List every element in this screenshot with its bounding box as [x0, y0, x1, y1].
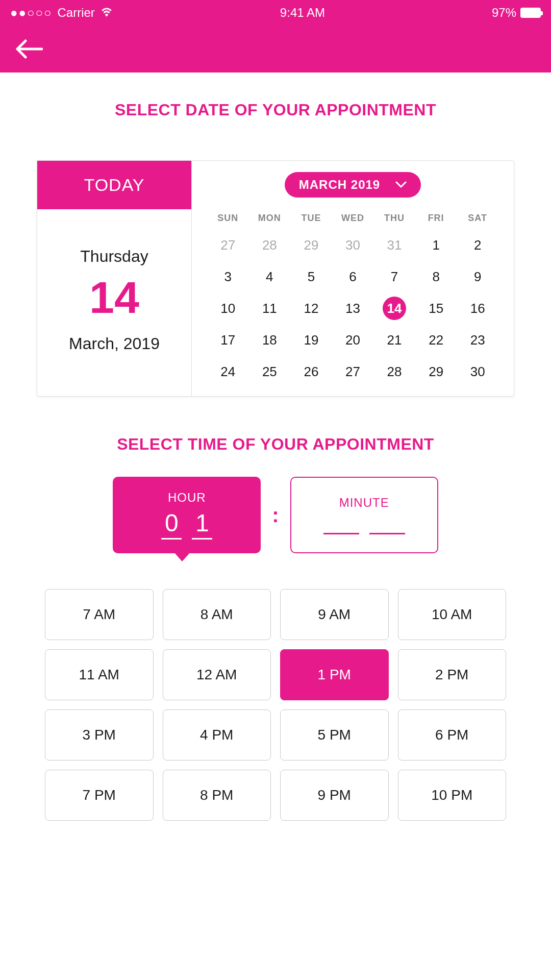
calendar-day[interactable]: 3 — [207, 266, 249, 287]
calendar-day[interactable]: 14 — [373, 298, 415, 318]
hour-box[interactable]: HOUR 0 1 — [113, 477, 261, 553]
calendar-day[interactable]: 21 — [373, 330, 415, 350]
carrier-label: Carrier — [57, 6, 94, 20]
battery-icon — [520, 8, 541, 18]
hour-option[interactable]: 4 PM — [163, 709, 271, 761]
month-panel: MARCH 2019 SUNMONTUEWEDTHUFRISAT27282930… — [192, 161, 514, 396]
calendar-dow: THU — [373, 213, 415, 224]
calendar-dow: MON — [249, 213, 291, 224]
calendar-day[interactable]: 7 — [373, 266, 415, 287]
calendar-dow: TUE — [290, 213, 332, 224]
calendar-day[interactable]: 2 — [457, 235, 498, 255]
minute-label: MINUTE — [339, 496, 389, 510]
calendar-day[interactable]: 9 — [457, 266, 498, 287]
status-time: 9:41 AM — [280, 6, 325, 20]
hour-option[interactable]: 11 AM — [45, 649, 154, 700]
calendar-day[interactable]: 12 — [290, 298, 332, 318]
calendar-day[interactable]: 26 — [290, 361, 332, 382]
hour-option[interactable]: 2 PM — [398, 649, 507, 700]
hour-digit-0: 0 — [161, 509, 182, 540]
calendar-day[interactable]: 30 — [332, 235, 374, 255]
calendar-day[interactable]: 8 — [415, 266, 457, 287]
hour-option[interactable]: 1 PM — [280, 649, 389, 700]
hour-option[interactable]: 10 AM — [398, 589, 507, 640]
minute-box[interactable]: MINUTE — [290, 477, 438, 553]
month-label: MARCH 2019 — [299, 178, 380, 192]
minute-digit-0 — [323, 514, 359, 534]
calendar-day[interactable]: 28 — [249, 235, 291, 255]
hour-digit-1: 1 — [192, 509, 212, 540]
hour-option[interactable]: 3 PM — [45, 709, 154, 761]
status-bar: ●●○○○ Carrier 9:41 AM 97% — [0, 0, 551, 26]
minute-digit-1 — [369, 514, 405, 534]
hour-option[interactable]: 8 AM — [163, 589, 271, 640]
calendar-day[interactable]: 11 — [249, 298, 291, 318]
calendar-day[interactable]: 5 — [290, 266, 332, 287]
hour-option[interactable]: 8 PM — [163, 770, 271, 821]
calendar-day[interactable]: 4 — [249, 266, 291, 287]
wifi-icon — [100, 6, 113, 20]
calendar-day[interactable]: 25 — [249, 361, 291, 382]
calendar-grid: SUNMONTUEWEDTHUFRISAT2728293031123456789… — [207, 213, 498, 382]
calendar-day[interactable]: 28 — [373, 361, 415, 382]
arrow-left-icon — [15, 39, 43, 59]
calendar-dow: WED — [332, 213, 374, 224]
calendar-day[interactable]: 23 — [457, 330, 498, 350]
calendar-day[interactable]: 30 — [457, 361, 498, 382]
date-section-title: SELECT DATE OF YOUR APPOINTMENT — [0, 101, 551, 119]
time-selectors: HOUR 0 1 : MINUTE — [0, 477, 551, 553]
today-header: TODAY — [37, 161, 191, 209]
time-colon: : — [272, 504, 279, 527]
calendar-day[interactable]: 27 — [207, 235, 249, 255]
hour-option[interactable]: 9 AM — [280, 589, 389, 640]
hour-option[interactable]: 5 PM — [280, 709, 389, 761]
hour-grid: 7 AM8 AM9 AM10 AM11 AM12 AM1 PM2 PM3 PM4… — [0, 589, 551, 821]
hour-option[interactable]: 10 PM — [398, 770, 507, 821]
month-selector[interactable]: MARCH 2019 — [285, 172, 421, 198]
calendar-day[interactable]: 19 — [290, 330, 332, 350]
calendar-day[interactable]: 6 — [332, 266, 374, 287]
hour-option[interactable]: 12 AM — [163, 649, 271, 700]
calendar-day[interactable]: 17 — [207, 330, 249, 350]
calendar-day[interactable]: 20 — [332, 330, 374, 350]
hour-option[interactable]: 9 PM — [280, 770, 389, 821]
battery-percent: 97% — [492, 6, 516, 20]
calendar-day[interactable]: 16 — [457, 298, 498, 318]
today-month-year: March, 2019 — [69, 334, 160, 353]
today-panel: TODAY Thursday 14 March, 2019 — [37, 161, 192, 396]
time-section-title: SELECT TIME OF YOUR APPOINTMENT — [0, 435, 551, 454]
calendar-card: TODAY Thursday 14 March, 2019 MARCH 2019… — [37, 160, 514, 397]
calendar-day[interactable]: 10 — [207, 298, 249, 318]
nav-bar — [0, 26, 551, 72]
calendar-day[interactable]: 13 — [332, 298, 374, 318]
back-button[interactable] — [15, 39, 43, 59]
hour-label: HOUR — [168, 491, 206, 505]
calendar-day[interactable]: 29 — [415, 361, 457, 382]
calendar-day[interactable]: 31 — [373, 235, 415, 255]
calendar-day[interactable]: 29 — [290, 235, 332, 255]
calendar-dow: SAT — [457, 213, 498, 224]
calendar-day[interactable]: 1 — [415, 235, 457, 255]
hour-option[interactable]: 6 PM — [398, 709, 507, 761]
calendar-day[interactable]: 24 — [207, 361, 249, 382]
hour-option[interactable]: 7 AM — [45, 589, 154, 640]
calendar-day[interactable]: 15 — [415, 298, 457, 318]
today-date: 14 — [89, 275, 139, 320]
calendar-day[interactable]: 22 — [415, 330, 457, 350]
calendar-day[interactable]: 27 — [332, 361, 374, 382]
hour-option[interactable]: 7 PM — [45, 770, 154, 821]
calendar-dow: FRI — [415, 213, 457, 224]
signal-dots-icon: ●●○○○ — [10, 6, 52, 20]
calendar-day[interactable]: 18 — [249, 330, 291, 350]
calendar-dow: SUN — [207, 213, 249, 224]
today-weekday: Thursday — [80, 247, 148, 266]
chevron-down-icon — [395, 181, 407, 188]
